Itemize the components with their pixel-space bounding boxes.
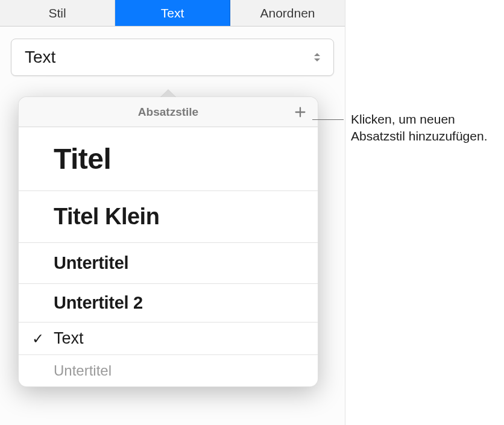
style-item-titel[interactable]: Titel — [19, 127, 318, 191]
style-item-untertitel[interactable]: Untertitel — [19, 243, 318, 284]
paragraph-style-selector-area: Text — [0, 27, 345, 88]
callout-leader-line — [312, 119, 344, 120]
plus-icon — [294, 105, 307, 119]
style-item-label: Untertitel 2 — [54, 293, 143, 313]
style-item-label: Untertitel — [54, 253, 128, 273]
style-item-label: Text — [54, 329, 84, 348]
paragraph-styles-popover: Absatzstile Titel Titel Klein Untertitel… — [18, 96, 318, 387]
paragraph-style-current: Text — [25, 48, 55, 67]
add-paragraph-style-button[interactable] — [292, 104, 308, 120]
style-item-label: Titel — [54, 142, 111, 175]
tab-arrange-label: Anordnen — [260, 6, 315, 20]
popover-title: Absatzstile — [138, 105, 198, 119]
style-item-label: Untertitel — [54, 362, 112, 379]
callout-text: Klicken, um neuen Absatzstil hinzuzufüge… — [351, 111, 496, 145]
style-item-untertitel-2[interactable]: Untertitel 2 — [19, 284, 318, 323]
tab-style[interactable]: Stil — [0, 0, 115, 26]
chevron-updown-icon — [314, 53, 320, 61]
checkmark-icon: ✓ — [32, 330, 44, 347]
style-item-label: Titel Klein — [54, 204, 159, 230]
style-item-untertitel-small[interactable]: Untertitel — [19, 355, 318, 386]
popover-header: Absatzstile — [19, 97, 318, 127]
tab-arrange[interactable]: Anordnen — [230, 0, 345, 26]
tab-text[interactable]: Text — [115, 0, 230, 26]
tab-style-label: Stil — [48, 6, 66, 20]
tab-bar: Stil Text Anordnen — [0, 0, 345, 27]
paragraph-style-selector[interactable]: Text — [11, 39, 334, 76]
format-panel: Stil Text Anordnen Text Absatzstile — [0, 0, 345, 425]
style-item-titel-klein[interactable]: Titel Klein — [19, 191, 318, 243]
tab-text-label: Text — [161, 6, 184, 20]
paragraph-style-list: Titel Titel Klein Untertitel Untertitel … — [19, 127, 318, 386]
style-item-text[interactable]: ✓ Text — [19, 323, 318, 355]
